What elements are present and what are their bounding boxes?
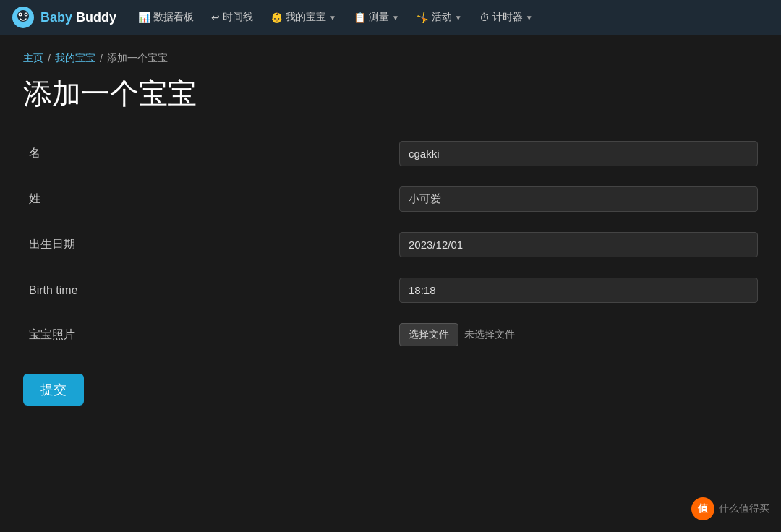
measure-arrow: ▼ (392, 14, 399, 22)
svg-point-4 (20, 14, 21, 15)
watermark-icon: 值 (691, 497, 714, 520)
timer-icon: ⏱ (479, 12, 490, 23)
label-birthtime: Birth time (23, 284, 399, 297)
label-lastname: 姓 (23, 192, 399, 207)
dashboard-icon: 📊 (138, 12, 150, 23)
breadcrumb-sep2: / (100, 53, 103, 64)
breadcrumb-mybaby[interactable]: 我的宝宝 (55, 52, 95, 65)
app-logo[interactable]: Baby Buddy (12, 6, 116, 29)
svg-point-5 (25, 14, 27, 15)
activity-arrow: ▼ (455, 14, 462, 22)
logo-text: Baby Buddy (40, 10, 116, 25)
breadcrumb-current: 添加一个宝宝 (107, 52, 168, 65)
control-photo: 选择文件 未选择文件 (399, 323, 758, 346)
no-file-label: 未选择文件 (464, 328, 515, 341)
input-firstname[interactable] (399, 141, 758, 166)
nav-timeline-label: 时间线 (223, 11, 253, 24)
nav-item-timeline[interactable]: ↩ 时间线 (204, 7, 260, 28)
breadcrumb-home[interactable]: 主页 (23, 52, 43, 65)
label-birthdate: 出生日期 (23, 237, 399, 252)
nav-item-dashboard[interactable]: 📊 数据看板 (131, 7, 201, 28)
mybaby-icon: 👶 (270, 12, 283, 23)
input-birthdate[interactable] (399, 232, 758, 257)
logo-icon (12, 6, 35, 29)
nav-timer-label: 计时器 (492, 11, 523, 24)
form-row-birthdate: 出生日期 (23, 222, 758, 267)
main-content: 主页 / 我的宝宝 / 添加一个宝宝 添加一个宝宝 名 姓 出生日期 (0, 35, 781, 423)
watermark-text: 什么值得买 (719, 502, 769, 515)
nav-item-mybaby[interactable]: 👶 我的宝宝 ▼ (263, 7, 343, 28)
form-row-firstname: 名 (23, 131, 758, 176)
submit-button[interactable]: 提交 (23, 374, 84, 406)
nav-mybaby-label: 我的宝宝 (286, 11, 326, 24)
timer-arrow: ▼ (526, 14, 533, 22)
choose-file-button[interactable]: 选择文件 (399, 323, 458, 346)
file-row: 选择文件 未选择文件 (399, 323, 758, 346)
form-row-photo: 宝宝照片 选择文件 未选择文件 (23, 313, 758, 356)
form-row-lastname: 姓 (23, 176, 758, 222)
nav-dashboard-label: 数据看板 (153, 11, 194, 24)
nav-measure-label: 测量 (369, 11, 389, 24)
breadcrumb-sep1: / (48, 53, 51, 64)
label-firstname: 名 (23, 146, 399, 161)
navbar: Baby Buddy 📊 数据看板 ↩ 时间线 👶 我的宝宝 ▼ 📋 测量 ▼ … (0, 0, 781, 35)
input-birthtime[interactable] (399, 278, 758, 303)
timeline-icon: ↩ (211, 12, 220, 23)
form: 名 姓 出生日期 Birth time (23, 131, 758, 356)
label-photo: 宝宝照片 (23, 327, 399, 343)
activity-icon: 🤸 (417, 12, 429, 23)
breadcrumb: 主页 / 我的宝宝 / 添加一个宝宝 (23, 52, 758, 65)
nav-activity-label: 活动 (432, 11, 452, 24)
nav-item-activity[interactable]: 🤸 活动 ▼ (409, 7, 469, 28)
control-lastname (399, 186, 758, 212)
form-row-birthtime: Birth time (23, 267, 758, 313)
mybaby-arrow: ▼ (329, 14, 336, 22)
control-birthtime (399, 278, 758, 303)
page-title: 添加一个宝宝 (23, 74, 758, 113)
measure-icon: 📋 (354, 12, 366, 23)
control-birthdate (399, 232, 758, 257)
control-firstname (399, 141, 758, 166)
input-lastname[interactable] (399, 186, 758, 212)
watermark: 值 什么值得买 (691, 497, 769, 520)
nav-item-measure[interactable]: 📋 测量 ▼ (346, 7, 406, 28)
nav-item-timer[interactable]: ⏱ 计时器 ▼ (472, 7, 540, 28)
